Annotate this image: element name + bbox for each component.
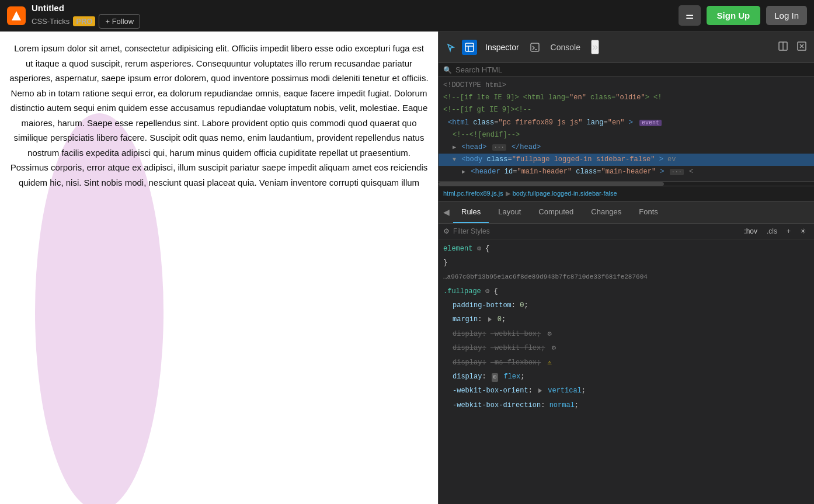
text-content: Lorem ipsum dolor sit amet, consectetur … bbox=[9, 41, 429, 190]
filter-icon: ⚙ bbox=[443, 227, 450, 235]
inspector-tab-button[interactable] bbox=[462, 40, 477, 55]
more-tools-button[interactable]: » bbox=[591, 40, 599, 54]
lorem-text: Lorem ipsum dolor sit amet, consectetur … bbox=[9, 41, 429, 190]
console-tab[interactable]: Console bbox=[546, 40, 585, 54]
close-devtools-button[interactable] bbox=[794, 39, 809, 56]
svg-rect-4 bbox=[531, 43, 539, 51]
html-tree-scrollbar[interactable] bbox=[439, 181, 814, 186]
tree-line-doctype: <!DOCTYPE html> bbox=[439, 79, 814, 92]
filter-styles-row: ⚙ :hov .cls + ☀ bbox=[439, 224, 814, 239]
breadcrumb-separator: ▶ bbox=[506, 190, 510, 197]
cls-button[interactable]: .cls bbox=[764, 226, 780, 237]
search-html-bar: 🔍 bbox=[439, 63, 814, 77]
svg-marker-0 bbox=[12, 11, 21, 20]
tab-layout[interactable]: Layout bbox=[490, 201, 529, 223]
rules-back-button[interactable]: ◀ bbox=[441, 205, 452, 219]
main-area: Lorem ipsum dolor sit amet, consectetur … bbox=[0, 32, 814, 504]
menu-icon: ⚌ bbox=[686, 11, 694, 20]
tree-line-header: ▶ <header id="main-header" class="main-h… bbox=[439, 166, 814, 178]
login-button[interactable]: Log In bbox=[766, 6, 807, 25]
console-tab-button[interactable] bbox=[527, 40, 542, 55]
doctype-text: <!DOCTYPE html> bbox=[443, 81, 506, 89]
css-content: element ⚙ { } …a967c0bf13b95e1ac6f8de89d… bbox=[439, 239, 814, 505]
css-prop-display-ms-flexbox: display: -ms-flexbox; ⚠ bbox=[439, 356, 814, 370]
menu-button[interactable]: ⚌ bbox=[679, 5, 701, 26]
head-ellipsis: ··· bbox=[492, 144, 506, 151]
warning-icon-ms-flexbox: ⚠ bbox=[547, 359, 551, 367]
ie9-comment: <!--[if lte IE 9]> <html lang="en" class… bbox=[443, 93, 662, 102]
margin-arrow-icon bbox=[488, 317, 492, 322]
site-subtitle-text: CSS-Tricks bbox=[32, 17, 69, 26]
css-selector-fullpage: .fullpage bbox=[443, 287, 481, 296]
css-block-fullpage-selector: .fullpage ⚙ { bbox=[439, 284, 814, 298]
css-prop-display-webkit-box: display: -webkit-box; ⚙ bbox=[439, 327, 814, 341]
tree-line-gtie9: <!--[if gt IE 9]><!-- bbox=[439, 104, 814, 116]
tree-line-ie9: <!--[if lte IE 9]> <html lang="en" class… bbox=[439, 92, 814, 104]
site-subtitle-row: CSS-Tricks PRO + Follow bbox=[32, 14, 140, 29]
tree-line-head: ▶ <head> ··· </head> bbox=[439, 141, 814, 154]
follow-button[interactable]: + Follow bbox=[99, 14, 140, 29]
rules-tabs: ◀ Rules Layout Computed Changes Fonts bbox=[439, 201, 814, 224]
event-badge-html: event bbox=[639, 120, 662, 126]
css-hash-text: …a967c0bf13b95e1ac6f8de89d943b7fc8710de3… bbox=[443, 273, 648, 280]
filter-icon-webkit-flex: ⚙ bbox=[552, 344, 556, 352]
site-title: Untitled bbox=[32, 3, 140, 13]
flex-layout-icon[interactable]: ⊞ bbox=[492, 373, 498, 382]
css-prop-display-flex: display: ⊞ flex; bbox=[439, 370, 814, 384]
content-area: Lorem ipsum dolor sit amet, consectetur … bbox=[0, 32, 438, 504]
css-prop-display-webkit-flex: display: -webkit-flex; ⚙ bbox=[439, 341, 814, 355]
breadcrumb-path1[interactable]: html.pc.firefox89.js.js bbox=[443, 190, 503, 197]
css-block-element: element ⚙ { bbox=[439, 242, 814, 256]
add-rule-button[interactable]: + bbox=[784, 226, 794, 237]
filter-styles-input[interactable] bbox=[453, 227, 738, 235]
gear-icon-element: ⚙ bbox=[477, 245, 481, 253]
inspector-tab-label: Inspector bbox=[485, 43, 519, 52]
tree-line-html: <html class="pc firefox89 js js" lang="e… bbox=[439, 117, 814, 129]
filter-icon-webkit-box: ⚙ bbox=[547, 330, 551, 338]
topbar: Untitled CSS-Tricks PRO + Follow ⚌ Sign … bbox=[0, 0, 814, 32]
gear-icon-fullpage: ⚙ bbox=[485, 287, 489, 296]
css-block-hash: …a967c0bf13b95e1ac6f8de89d943b7fc8710de3… bbox=[439, 270, 814, 284]
console-tab-label: Console bbox=[551, 43, 580, 52]
inspector-tab[interactable]: Inspector bbox=[481, 40, 524, 54]
hov-button[interactable]: :hov bbox=[741, 226, 760, 237]
light-dark-button[interactable]: ☀ bbox=[797, 226, 809, 237]
css-prop-padding-bottom: padding-bottom: 0; bbox=[439, 298, 814, 312]
breadcrumb: html.pc.firefox89.js.js ▶ body.fullpage.… bbox=[439, 186, 814, 201]
html-tree: <!DOCTYPE html> <!--[if lte IE 9]> <html… bbox=[439, 77, 814, 181]
gtie9-comment: <!--[if gt IE 9]><!-- bbox=[443, 106, 531, 114]
tab-computed[interactable]: Computed bbox=[530, 201, 582, 223]
devtools-toolbar: Inspector Console » bbox=[439, 32, 814, 63]
devtools-panel: Inspector Console » bbox=[438, 32, 814, 504]
css-block-element-close: } bbox=[439, 256, 814, 270]
css-prop-margin: margin: 0; bbox=[439, 312, 814, 326]
tab-rules[interactable]: Rules bbox=[453, 201, 489, 223]
orient-arrow-icon bbox=[538, 388, 542, 393]
inspector-pick-button[interactable] bbox=[443, 40, 458, 55]
breadcrumb-path2[interactable]: body.fullpage.logged-in.sidebar-false bbox=[513, 190, 617, 197]
css-prop-webkit-box-orient: -webkit-box-orient: vertical; bbox=[439, 384, 814, 398]
site-logo bbox=[7, 6, 26, 25]
signup-button[interactable]: Sign Up bbox=[707, 6, 761, 25]
tree-line-endif: <!--<![endif]--> bbox=[439, 129, 814, 141]
tab-changes[interactable]: Changes bbox=[583, 201, 629, 223]
css-selector-element: element bbox=[443, 245, 472, 253]
tree-line-body[interactable]: ▼ <body class="fullpage logged-in sideba… bbox=[439, 154, 814, 166]
tab-fonts[interactable]: Fonts bbox=[631, 201, 666, 223]
css-prop-webkit-box-direction: -webkit-box-direction: normal; bbox=[439, 398, 814, 412]
search-icon: 🔍 bbox=[443, 66, 452, 74]
devtools-toolbar-right bbox=[775, 39, 809, 56]
dock-button[interactable] bbox=[775, 39, 791, 56]
search-html-input[interactable] bbox=[455, 65, 809, 74]
pro-badge: PRO bbox=[73, 16, 95, 26]
svg-rect-1 bbox=[465, 43, 474, 51]
